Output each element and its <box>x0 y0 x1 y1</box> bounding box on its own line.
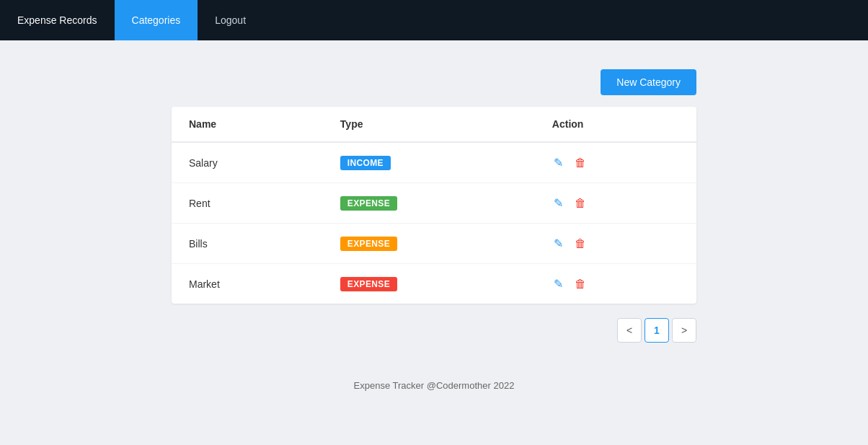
col-header-action: Action <box>535 107 696 142</box>
nav-expense-records[interactable]: Expense Records <box>0 0 115 40</box>
table-row: RentEXPENSE✎🗑 <box>172 183 696 224</box>
table-row: BillsEXPENSE✎🗑 <box>172 224 696 264</box>
table-header-row: Name Type Action <box>172 107 696 142</box>
categories-table: Name Type Action SalaryINCOME✎🗑RentEXPEN… <box>172 107 696 304</box>
table-row: SalaryINCOME✎🗑 <box>172 142 696 183</box>
pagination: < 1 > <box>172 318 696 343</box>
row-type: EXPENSE <box>323 224 535 264</box>
nav-logout-label: Logout <box>215 14 246 26</box>
col-header-type: Type <box>323 107 535 142</box>
type-badge: INCOME <box>340 156 391 170</box>
nav-categories-label: Categories <box>132 14 181 26</box>
categories-table-wrapper: Name Type Action SalaryINCOME✎🗑RentEXPEN… <box>172 107 696 304</box>
edit-button[interactable]: ✎ <box>552 235 564 252</box>
nav-logout[interactable]: Logout <box>198 0 263 40</box>
col-header-name: Name <box>172 107 323 142</box>
pagination-prev[interactable]: < <box>617 318 642 343</box>
row-action: ✎🗑 <box>535 224 696 264</box>
new-category-button[interactable]: New Category <box>601 69 696 95</box>
edit-button[interactable]: ✎ <box>552 276 564 292</box>
pagination-next[interactable]: > <box>672 318 696 343</box>
delete-button[interactable]: 🗑 <box>573 155 588 171</box>
delete-button[interactable]: 🗑 <box>573 236 588 252</box>
row-type: EXPENSE <box>323 183 535 224</box>
edit-button[interactable]: ✎ <box>552 154 564 171</box>
nav-expense-records-label: Expense Records <box>17 14 97 26</box>
footer-text: Expense Tracker @Codermother 2022 <box>354 380 515 391</box>
row-action: ✎🗑 <box>535 183 696 224</box>
toolbar: New Category <box>172 69 696 95</box>
row-name: Bills <box>172 224 323 264</box>
navbar: Expense Records Categories Logout <box>0 0 868 40</box>
footer: Expense Tracker @Codermother 2022 <box>0 357 868 402</box>
row-name: Market <box>172 264 323 304</box>
row-name: Rent <box>172 183 323 224</box>
row-action: ✎🗑 <box>535 142 696 183</box>
row-action: ✎🗑 <box>535 264 696 304</box>
delete-button[interactable]: 🗑 <box>573 276 588 292</box>
row-name: Salary <box>172 142 323 183</box>
row-type: EXPENSE <box>323 264 535 304</box>
type-badge: EXPENSE <box>340 237 397 251</box>
table-row: MarketEXPENSE✎🗑 <box>172 264 696 304</box>
type-badge: EXPENSE <box>340 196 397 211</box>
type-badge: EXPENSE <box>340 277 397 291</box>
nav-categories[interactable]: Categories <box>115 0 198 40</box>
main-content: New Category Name Type Action SalaryINCO… <box>160 40 708 357</box>
row-type: INCOME <box>323 142 535 183</box>
edit-button[interactable]: ✎ <box>552 195 564 211</box>
delete-button[interactable]: 🗑 <box>573 195 588 211</box>
pagination-page-1[interactable]: 1 <box>645 318 669 343</box>
